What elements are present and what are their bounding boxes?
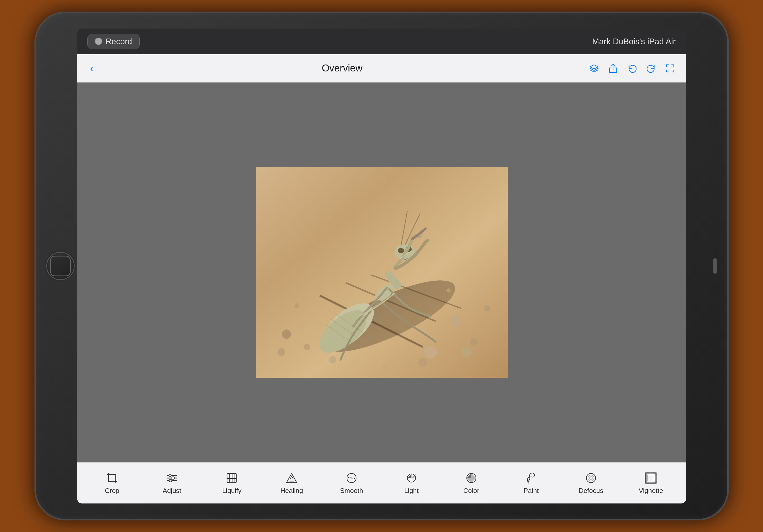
adjust-label: Adjust	[163, 487, 181, 495]
tablet-screen: Record Mark DuBois's iPad Air ‹ Overview	[77, 29, 686, 503]
svg-point-30	[277, 348, 285, 356]
svg-rect-52	[646, 473, 656, 483]
healing-icon	[285, 471, 298, 485]
device-name: Mark DuBois's iPad Air	[592, 37, 676, 46]
svg-point-35	[169, 474, 171, 477]
svg-point-8	[382, 365, 387, 370]
tablet-shell: Record Mark DuBois's iPad Air ‹ Overview	[35, 12, 729, 520]
top-bar: Record Mark DuBois's iPad Air	[77, 29, 686, 54]
svg-point-3	[451, 315, 462, 327]
healing-label: Healing	[280, 487, 303, 495]
svg-point-37	[169, 479, 172, 482]
tool-healing[interactable]: Healing	[273, 471, 310, 495]
svg-point-7	[329, 356, 336, 363]
header-actions	[589, 63, 676, 74]
photo-svg	[256, 167, 508, 378]
svg-point-1	[282, 329, 291, 339]
svg-point-5	[424, 346, 437, 359]
bottom-toolbar: Crop Adjust	[77, 462, 686, 503]
paint-label: Paint	[524, 487, 539, 495]
tool-paint[interactable]: Paint	[513, 471, 549, 495]
adjust-icon	[165, 471, 179, 485]
main-content	[77, 82, 686, 462]
record-indicator	[95, 38, 102, 45]
crop-icon	[105, 471, 119, 485]
svg-point-27	[294, 303, 299, 309]
light-icon	[405, 471, 418, 485]
svg-point-28	[480, 289, 484, 292]
smooth-icon	[345, 471, 358, 485]
tool-liquify[interactable]: Liquify	[214, 471, 250, 495]
svg-point-6	[484, 305, 490, 311]
color-icon	[465, 471, 478, 485]
liquify-label: Liquify	[222, 487, 242, 495]
tool-color[interactable]: Color	[453, 471, 490, 495]
share-icon[interactable]	[607, 63, 619, 74]
vignette-label: Vignette	[639, 487, 663, 495]
paint-icon	[524, 471, 538, 485]
side-button[interactable]	[713, 258, 717, 274]
crop-label: Crop	[105, 487, 119, 495]
redo-icon[interactable]	[645, 63, 657, 74]
svg-point-2	[304, 344, 310, 350]
svg-point-9	[418, 358, 427, 367]
tool-light[interactable]: Light	[393, 471, 429, 495]
light-label: Light	[404, 487, 419, 495]
svg-rect-0	[256, 167, 508, 378]
svg-rect-54	[648, 475, 654, 481]
record-button[interactable]: Record	[87, 34, 140, 49]
tool-vignette[interactable]: Vignette	[633, 471, 669, 495]
svg-rect-31	[109, 475, 116, 482]
photo-wrapper	[256, 167, 508, 378]
svg-point-4	[470, 338, 478, 346]
tool-adjust[interactable]: Adjust	[154, 471, 190, 495]
defocus-label: Defocus	[579, 487, 603, 495]
fullscreen-icon[interactable]	[665, 63, 676, 74]
svg-point-50	[588, 475, 594, 481]
page-title: Overview	[322, 63, 362, 74]
svg-point-51	[590, 477, 593, 480]
color-label: Color	[463, 487, 479, 495]
undo-icon[interactable]	[626, 63, 638, 74]
svg-point-36	[172, 477, 174, 479]
defocus-icon	[584, 471, 598, 485]
liquify-icon	[225, 471, 238, 485]
svg-point-29	[461, 347, 472, 357]
tool-defocus[interactable]: Defocus	[573, 471, 609, 495]
photo-canvas	[256, 167, 508, 378]
tool-smooth[interactable]: Smooth	[334, 471, 370, 495]
tool-crop[interactable]: Crop	[94, 471, 130, 495]
record-label: Record	[106, 37, 132, 46]
smooth-label: Smooth	[340, 487, 363, 495]
app-container: ‹ Overview	[77, 54, 686, 503]
svg-line-48	[528, 482, 528, 483]
home-button[interactable]	[46, 252, 74, 280]
home-button-inner	[50, 256, 71, 276]
vignette-icon	[644, 471, 658, 485]
svg-rect-53	[646, 473, 656, 483]
app-header: ‹ Overview	[77, 54, 686, 82]
svg-point-23	[398, 248, 404, 253]
back-button[interactable]: ‹	[87, 60, 96, 77]
layers-icon[interactable]	[589, 63, 600, 74]
svg-point-26	[446, 288, 451, 293]
